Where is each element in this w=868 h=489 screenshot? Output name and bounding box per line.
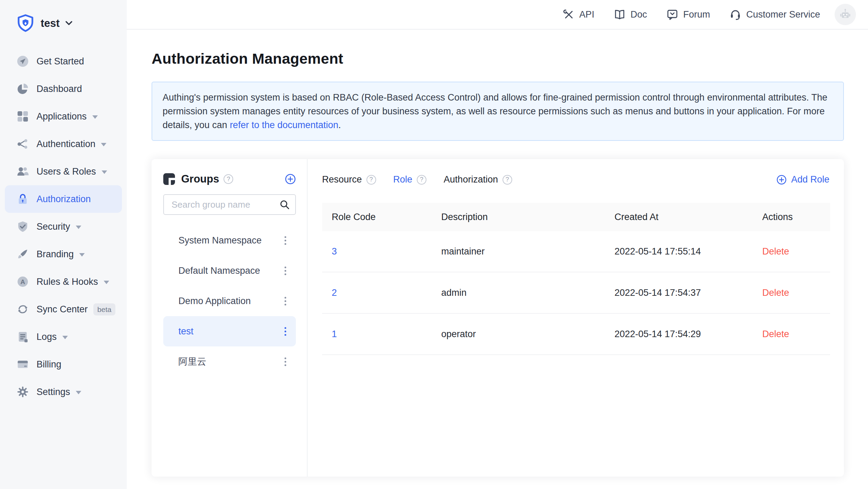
delete-role-button[interactable]: Delete: [762, 288, 789, 298]
documentation-link[interactable]: refer to the documentation: [230, 120, 338, 130]
book-icon: [613, 8, 626, 21]
tab-label: Resource: [322, 174, 362, 185]
sidebar-item-label: Billing: [37, 359, 61, 370]
brush-icon: [17, 248, 29, 260]
sidebar-nav: Get Started Dashboard Applications Authe…: [0, 48, 127, 406]
document-icon: [17, 331, 29, 343]
sidebar-item-security[interactable]: Security: [5, 213, 122, 240]
workspace-switcher[interactable]: test: [0, 0, 127, 33]
sidebar-item-billing[interactable]: Billing: [5, 351, 122, 378]
groups-help-icon[interactable]: [224, 174, 233, 184]
beta-badge: beta: [93, 303, 116, 315]
role-code-link[interactable]: 3: [332, 246, 337, 257]
chevron-down-icon: [76, 391, 81, 394]
kebab-menu-icon[interactable]: [282, 264, 288, 277]
sidebar-item-sync-center[interactable]: Sync Center beta: [5, 295, 122, 323]
user-avatar[interactable]: [835, 4, 856, 25]
sidebar-item-users-roles[interactable]: Users & Roles: [5, 158, 122, 185]
delete-role-button[interactable]: Delete: [762, 329, 789, 339]
group-item-label: 阿里云: [178, 355, 206, 368]
role-description: operator: [441, 329, 614, 340]
sidebar-item-label: Get Started: [37, 56, 84, 67]
kebab-menu-icon[interactable]: [282, 234, 288, 247]
tab-role[interactable]: Role: [393, 174, 427, 185]
column-header-role-code: Role Code: [322, 212, 441, 222]
topbar-item-label: Customer Service: [746, 9, 820, 20]
kebab-menu-icon[interactable]: [282, 355, 288, 368]
svg-text:A: A: [20, 278, 25, 285]
topbar-api-link[interactable]: API: [562, 8, 595, 21]
sidebar-item-dashboard[interactable]: Dashboard: [5, 75, 122, 103]
sidebar-item-label: Logs: [37, 332, 57, 342]
authorization-card: Groups System Namespace Default Namespac…: [152, 159, 844, 477]
add-role-button[interactable]: Add Role: [776, 174, 829, 185]
paper-plane-icon: [17, 55, 29, 67]
chevron-down-icon: [104, 281, 109, 284]
kebab-menu-icon[interactable]: [282, 325, 288, 338]
sidebar-item-label: Branding: [37, 249, 74, 260]
group-item-aliyun[interactable]: 阿里云: [163, 346, 296, 377]
role-created-at: 2022-05-14 17:54:37: [614, 288, 762, 298]
chevron-down-icon: [62, 336, 68, 339]
tab-resource[interactable]: Resource: [322, 174, 376, 185]
column-header-created-at: Created At: [614, 212, 762, 222]
sidebar-item-label: Authentication: [37, 139, 95, 149]
sidebar-item-label: Security: [37, 221, 70, 232]
topbar: API Doc Forum Customer Service: [127, 0, 868, 30]
workspace-name: test: [41, 17, 60, 30]
authorization-help-icon[interactable]: [503, 175, 512, 185]
search-icon[interactable]: [279, 199, 290, 210]
app-grid-icon: [17, 110, 29, 123]
sidebar-item-authentication[interactable]: Authentication: [5, 130, 122, 158]
roles-panel: Resource Role Authorization Add Role: [308, 159, 844, 477]
kebab-menu-icon[interactable]: [282, 295, 288, 308]
chevron-down-icon: [92, 115, 98, 119]
tab-label: Authorization: [444, 174, 498, 185]
resource-help-icon[interactable]: [366, 175, 376, 185]
add-group-button[interactable]: [285, 174, 296, 185]
tab-authorization[interactable]: Authorization: [444, 174, 512, 185]
topbar-forum-link[interactable]: Forum: [666, 8, 710, 21]
group-item-default-namespace[interactable]: Default Namespace: [163, 256, 296, 286]
plus-circle-icon: [776, 175, 787, 185]
topbar-item-label: API: [579, 9, 595, 20]
group-item-label: Demo Application: [178, 296, 251, 306]
sidebar-item-label: Authorization: [37, 194, 91, 205]
sidebar-item-rules-hooks[interactable]: A Rules & Hooks: [5, 268, 122, 295]
topbar-customer-service-link[interactable]: Customer Service: [729, 8, 820, 21]
plus-circle-icon: [285, 174, 296, 185]
chat-icon: [666, 8, 679, 21]
chevron-down-icon: [79, 253, 85, 257]
group-item-test[interactable]: test: [163, 316, 296, 346]
tab-label: Role: [393, 174, 413, 185]
circle-a-icon: A: [17, 275, 29, 288]
sidebar-item-logs[interactable]: Logs: [5, 323, 122, 351]
role-created-at: 2022-05-14 17:54:29: [614, 329, 762, 340]
banner-text-after: .: [338, 120, 341, 130]
sidebar-item-branding[interactable]: Branding: [5, 240, 122, 268]
chevron-down-icon: [65, 21, 73, 26]
role-description: maintainer: [441, 246, 614, 257]
role-code-link[interactable]: 1: [332, 329, 337, 339]
groups-header: Groups: [163, 173, 296, 185]
role-help-icon[interactable]: [417, 175, 426, 185]
group-item-demo-application[interactable]: Demo Application: [163, 286, 296, 316]
sidebar-item-get-started[interactable]: Get Started: [5, 48, 122, 75]
role-code-link[interactable]: 2: [332, 288, 337, 298]
role-description: admin: [441, 288, 614, 298]
sidebar-item-applications[interactable]: Applications: [5, 103, 122, 130]
sidebar-item-label: Settings: [37, 387, 70, 397]
group-item-label: System Namespace: [178, 235, 262, 246]
sidebar-item-authorization[interactable]: Authorization: [5, 185, 122, 213]
share-icon: [17, 138, 29, 150]
topbar-item-label: Doc: [630, 9, 647, 20]
delete-role-button[interactable]: Delete: [762, 246, 789, 257]
column-header-actions: Actions: [762, 212, 830, 222]
group-search-input[interactable]: [171, 199, 279, 210]
topbar-doc-link[interactable]: Doc: [613, 8, 647, 21]
table-row: 1 operator 2022-05-14 17:54:29 Delete: [322, 314, 830, 355]
group-item-system-namespace[interactable]: System Namespace: [163, 225, 296, 256]
group-list: System Namespace Default Namespace Demo …: [163, 225, 296, 377]
sidebar-item-settings[interactable]: Settings: [5, 378, 122, 406]
role-created-at: 2022-05-14 17:55:14: [614, 246, 762, 257]
